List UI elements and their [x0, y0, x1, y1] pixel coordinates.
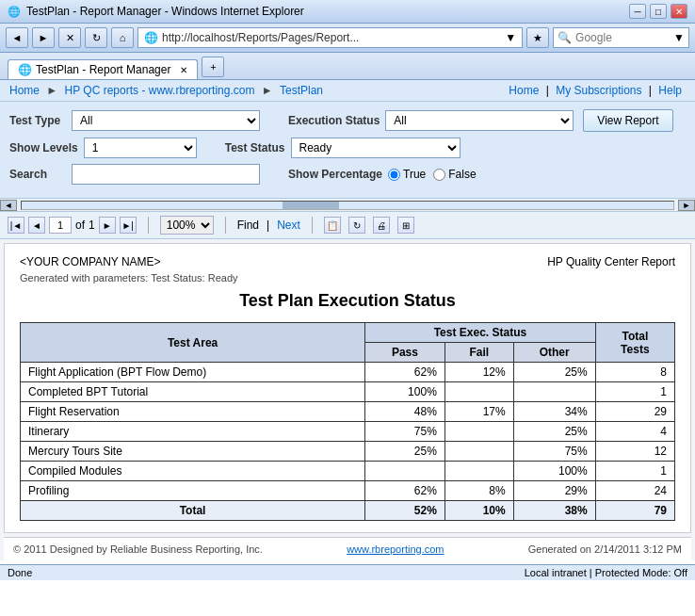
link-sep2: |: [649, 84, 655, 97]
breadcrumb-testplan[interactable]: TestPlan: [280, 84, 323, 97]
zoom-select[interactable]: 100%: [160, 216, 214, 235]
table-row: Flight Reservation 48% 17% 34% 29: [21, 402, 675, 422]
separator-find: |: [267, 219, 269, 232]
show-levels-select[interactable]: 1: [84, 138, 197, 158]
col-header-area: Test Area: [21, 323, 365, 363]
tab-label: TestPlan - Report Manager: [36, 63, 170, 76]
separator-3: [312, 217, 313, 234]
prev-page-button[interactable]: ◄: [28, 217, 45, 234]
test-status-label: Test Status: [225, 141, 285, 154]
execution-status-label: Execution Status: [288, 114, 380, 127]
report-area: Home ► HP QC reports - www.rbreporting.c…: [0, 80, 695, 560]
page-icon: 🌐: [144, 31, 158, 44]
last-page-button[interactable]: ►|: [120, 217, 137, 234]
show-levels-label: Show Levels: [9, 141, 78, 154]
window-title: TestPlan - Report Manager - Windows Inte…: [26, 5, 304, 18]
table-row: Profiling 62% 8% 29% 24: [21, 481, 675, 501]
favorites-button[interactable]: ★: [526, 27, 549, 48]
status-bar: Done Local intranet | Protected Mode: Of…: [0, 564, 695, 580]
search-field[interactable]: [72, 164, 260, 185]
col-header-pass: Pass: [365, 343, 445, 363]
table-row: Flight Application (BPT Flow Demo) 62% 1…: [21, 363, 675, 382]
footer-link[interactable]: www.rbreporting.com: [347, 543, 444, 555]
false-radio-label[interactable]: False: [433, 168, 476, 181]
true-radio-label[interactable]: True: [388, 168, 426, 181]
company-header: <YOUR COMPANY NAME> HP Quality Center Re…: [20, 255, 675, 268]
address-input[interactable]: [162, 31, 501, 44]
page-nav: |◄ ◄ of 1 ► ►|: [8, 217, 137, 234]
form-row-1: Test Type All Execution Status All View …: [9, 109, 686, 132]
print-button[interactable]: 🖨: [373, 217, 390, 234]
cell-fail: 12%: [444, 363, 513, 382]
form-area: Test Type All Execution Status All View …: [0, 102, 695, 199]
page-footer: © 2011 Designed by Reliable Business Rep…: [4, 537, 691, 560]
browser-tab[interactable]: 🌐 TestPlan - Report Manager ✕: [8, 59, 198, 79]
cell-pass: [365, 462, 445, 481]
scroll-right-button[interactable]: ►: [678, 200, 695, 211]
cell-total: 8: [595, 363, 674, 382]
report-table: Test Area Test Exec. Status TotalTests P…: [20, 322, 675, 521]
cell-other: 29%: [513, 481, 595, 501]
footer-right-text: Generated on 2/14/2011 3:12 PM: [528, 543, 682, 555]
test-type-select[interactable]: All: [72, 110, 260, 131]
next-label[interactable]: Next: [277, 219, 300, 232]
refresh-report-button[interactable]: ↻: [348, 217, 365, 234]
header-home-link[interactable]: Home: [509, 84, 539, 97]
scroll-thumb[interactable]: [283, 202, 339, 209]
tab-bar: 🌐 TestPlan - Report Manager ✕ +: [0, 53, 695, 80]
tab-icon: 🌐: [18, 63, 32, 76]
cell-pass: 62%: [365, 363, 445, 382]
cell-fail: [444, 382, 513, 402]
maximize-button[interactable]: □: [650, 4, 667, 19]
total-other: 38%: [513, 501, 595, 521]
search-bar: 🔍 ▼: [553, 27, 689, 48]
next-page-button[interactable]: ►: [99, 217, 116, 234]
true-radio[interactable]: [388, 169, 400, 181]
search-input[interactable]: [575, 31, 670, 44]
cell-other: 100%: [513, 462, 595, 481]
address-bar[interactable]: 🌐 ▼: [137, 27, 523, 48]
table-row: Completed BPT Tutorial 100% 1: [21, 382, 675, 402]
export-button[interactable]: 📋: [324, 217, 341, 234]
stop-button[interactable]: ✕: [58, 27, 81, 48]
scroll-left-button[interactable]: ◄: [0, 200, 17, 211]
form-row-2: Show Levels 1 Test Status Ready: [9, 138, 686, 158]
close-button[interactable]: ✕: [671, 4, 687, 19]
separator-2: [225, 217, 226, 234]
tab-close-icon[interactable]: ✕: [180, 65, 187, 75]
first-page-button[interactable]: |◄: [8, 217, 24, 234]
false-label: False: [448, 168, 476, 181]
home-button[interactable]: ⌂: [111, 27, 134, 48]
breadcrumb-hpqc[interactable]: HP QC reports - www.rbreporting.com: [65, 84, 255, 97]
new-tab-button[interactable]: +: [202, 57, 224, 77]
test-status-select[interactable]: Ready: [291, 138, 461, 158]
forward-button[interactable]: ►: [32, 27, 55, 48]
cell-pass: 62%: [365, 481, 445, 501]
go-button[interactable]: ▼: [505, 31, 516, 44]
breadcrumb: Home ► HP QC reports - www.rbreporting.c…: [9, 84, 323, 97]
view-report-button[interactable]: View Report: [583, 109, 672, 132]
layout-button[interactable]: ⊞: [397, 217, 414, 234]
cell-pass: 100%: [365, 382, 445, 402]
minimize-button[interactable]: ─: [629, 4, 646, 19]
cell-area: Compiled Modules: [21, 462, 365, 481]
false-radio[interactable]: [433, 169, 445, 181]
cell-area: Completed BPT Tutorial: [21, 382, 365, 402]
cell-area: Itinerary: [21, 422, 365, 442]
search-label: Search: [9, 168, 66, 181]
separator-1: [148, 217, 149, 234]
report-title: Test Plan Execution Status: [20, 291, 675, 311]
refresh-button[interactable]: ↻: [85, 27, 107, 48]
form-row-3: Search Show Percentage True False: [9, 164, 686, 185]
header-help-link[interactable]: Help: [658, 84, 682, 97]
horizontal-scrollbar[interactable]: ◄ ►: [0, 199, 695, 212]
page-number-input[interactable]: [49, 217, 72, 234]
execution-status-select[interactable]: All: [385, 110, 574, 131]
header-subscriptions-link[interactable]: My Subscriptions: [556, 84, 641, 97]
breadcrumb-home[interactable]: Home: [9, 84, 40, 97]
scroll-track[interactable]: [21, 201, 674, 210]
search-dropdown-icon[interactable]: ▼: [673, 31, 685, 44]
back-button[interactable]: ◄: [6, 27, 28, 48]
company-name: <YOUR COMPANY NAME>: [20, 255, 161, 268]
true-label: True: [403, 168, 426, 181]
